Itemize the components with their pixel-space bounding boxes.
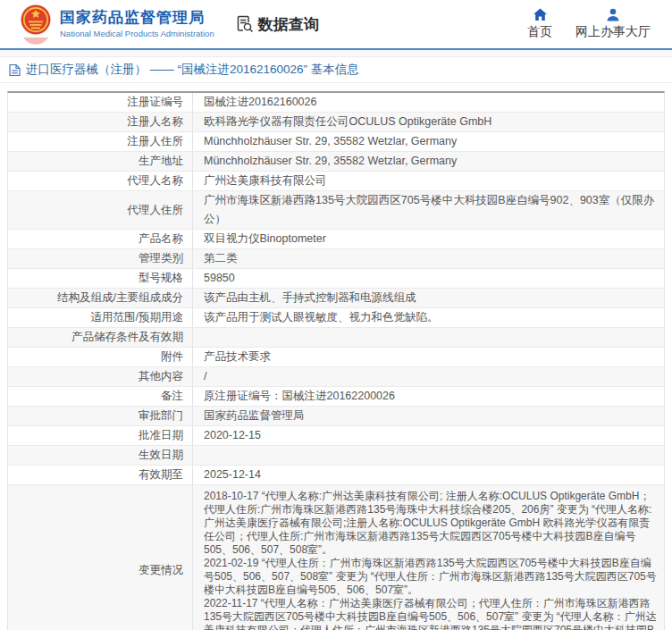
row-label: 代理人名称 — [8, 172, 193, 190]
nav-data-query-label: 数据查询 — [258, 14, 319, 35]
row-label: 批准日期 — [8, 426, 193, 445]
change-record: 2021-02-19 “代理人住所：广州市海珠区新港西路135号大院园西区705… — [204, 557, 657, 597]
row-label: 管理类别 — [8, 249, 193, 268]
breadcrumb: 进口医疗器械（注册） —— “国械注进20162160026” 基本信息 — [0, 56, 672, 83]
row-value: 该产品由主机、手持式控制器和电源线组成 — [193, 289, 664, 307]
row-label: 代理人住所 — [8, 191, 193, 229]
row-label: 生效日期 — [8, 446, 193, 465]
user-icon — [606, 8, 620, 21]
row-label: 适用范围/预期用途 — [8, 308, 193, 327]
row-value: 第二类 — [193, 249, 664, 268]
row-label: 产品名称 — [8, 230, 193, 248]
org-title-en: National Medical Products Administration — [60, 29, 214, 38]
row-value — [193, 446, 664, 465]
table-row: 适用范围/预期用途该产品用于测试人眼视敏度、视力和色觉缺陷。 — [8, 308, 664, 328]
row-label: 生产地址 — [8, 152, 193, 171]
site-header: 国家药品监督管理局 National Medical Products Admi… — [0, 0, 672, 50]
org-title-cn: 国家药品监督管理局 — [60, 10, 214, 27]
breadcrumb-text: 进口医疗器械（注册） —— “国械注进20162160026” 基本信息 — [26, 62, 359, 78]
site-logo[interactable]: 国家药品监督管理局 National Medical Products Admi… — [20, 4, 214, 45]
row-value: 2020-12-15 — [193, 426, 664, 445]
row-label: 附件 — [8, 348, 193, 366]
row-label: 注册人名称 — [8, 113, 193, 131]
row-value: 双目视力仪Binoptometer — [193, 230, 664, 248]
table-row: 代理人名称广州达美康科技有限公司 — [8, 172, 664, 191]
nav-service-hall[interactable]: 网上办事大厅 — [575, 8, 651, 40]
document-icon — [9, 63, 21, 77]
change-record: 2018-10-17 “代理人名称:广州达美康科技有限公司; 注册人名称:OCU… — [204, 490, 657, 557]
table-row: 产品名称双目视力仪Binoptometer — [8, 230, 664, 249]
table-row: 产品储存条件及有效期 — [8, 328, 664, 348]
table-row: 注册证编号国械注进20162160026 — [8, 93, 664, 113]
row-label: 审批部门 — [8, 407, 193, 425]
row-value: Münchholzhäuser Str. 29, 35582 Wetzlar, … — [193, 152, 664, 171]
table-row: 注册人名称欧科路光学仪器有限责任公司OCULUS Optikgeräte Gmb… — [8, 113, 664, 132]
table-row: 审批部门国家药品监督管理局 — [8, 407, 664, 426]
row-value: 产品技术要求 — [193, 348, 664, 366]
nav-service-hall-label: 网上办事大厅 — [575, 24, 651, 40]
row-label: 结构及组成/主要组成成分 — [8, 289, 193, 307]
table-row: 代理人住所广州市海珠区新港西路135号大院园西区705号楼中大科技园B座自编号9… — [8, 191, 664, 230]
header-gap — [0, 50, 672, 56]
table-row: 批准日期2020-12-15 — [8, 426, 664, 446]
table-row: 型号规格59850 — [8, 269, 664, 289]
row-label: 注册人住所 — [8, 132, 193, 151]
table-row: 备注原注册证编号：国械注进20162200026 — [8, 387, 664, 407]
table-row: 管理类别第二类 — [8, 249, 664, 269]
row-value: 该产品用于测试人眼视敏度、视力和色觉缺陷。 — [193, 308, 664, 327]
row-value: Münchholzhäuser Str. 29, 35582 Wetzlar, … — [193, 132, 664, 151]
row-value: 59850 — [193, 269, 664, 288]
row-value: 原注册证编号：国械注进20162200026 — [193, 387, 664, 406]
row-value: 国家药品监督管理局 — [193, 407, 664, 425]
table-row: 生效日期 — [8, 446, 664, 466]
table-row: 有效期至2025-12-14 — [8, 466, 664, 485]
row-value: / — [193, 367, 664, 386]
document-magnifier-icon — [236, 15, 254, 33]
china-national-emblem-icon — [20, 4, 52, 45]
row-label: 产品储存条件及有效期 — [8, 328, 193, 347]
row-label: 变更情况 — [8, 485, 193, 630]
info-table: 注册证编号国械注进20162160026注册人名称欧科路光学仪器有限责任公司OC… — [7, 91, 665, 630]
table-row: 生产地址Münchholzhäuser Str. 29, 35582 Wetzl… — [8, 152, 664, 172]
row-label: 型号规格 — [8, 269, 193, 288]
nav-home-label: 首页 — [527, 24, 552, 40]
row-label: 注册证编号 — [8, 93, 193, 112]
row-label: 有效期至 — [8, 466, 193, 484]
row-label: 备注 — [8, 387, 193, 406]
row-value: 欧科路光学仪器有限责任公司OCULUS Optikgeräte GmbH — [193, 113, 664, 131]
row-value: 2025-12-14 — [193, 466, 664, 484]
table-row: 变更情况2018-10-17 “代理人名称:广州达美康科技有限公司; 注册人名称… — [8, 485, 664, 630]
row-value — [193, 328, 664, 347]
row-value: 国械注进20162160026 — [193, 93, 664, 112]
table-row: 结构及组成/主要组成成分该产品由主机、手持式控制器和电源线组成 — [8, 289, 664, 308]
table-row: 其他内容/ — [8, 367, 664, 387]
row-value: 2018-10-17 “代理人名称:广州达美康科技有限公司; 注册人名称:OCU… — [193, 485, 664, 630]
table-row: 注册人住所Münchholzhäuser Str. 29, 35582 Wetz… — [8, 132, 664, 152]
row-value: 广州市海珠区新港西路135号大院园西区705号楼中大科技园B座自编号902、90… — [193, 191, 664, 229]
home-icon — [533, 8, 548, 21]
row-value: 广州达美康科技有限公司 — [193, 172, 664, 190]
row-label: 其他内容 — [8, 367, 193, 386]
nav-data-query[interactable]: 数据查询 — [236, 14, 319, 35]
change-record: 2022-11-17 “代理人名称：广州达美康医疗器械有限公司；代理人住所：广州… — [204, 597, 657, 630]
table-row: 附件产品技术要求 — [8, 348, 664, 367]
nav-home[interactable]: 首页 — [527, 8, 552, 40]
